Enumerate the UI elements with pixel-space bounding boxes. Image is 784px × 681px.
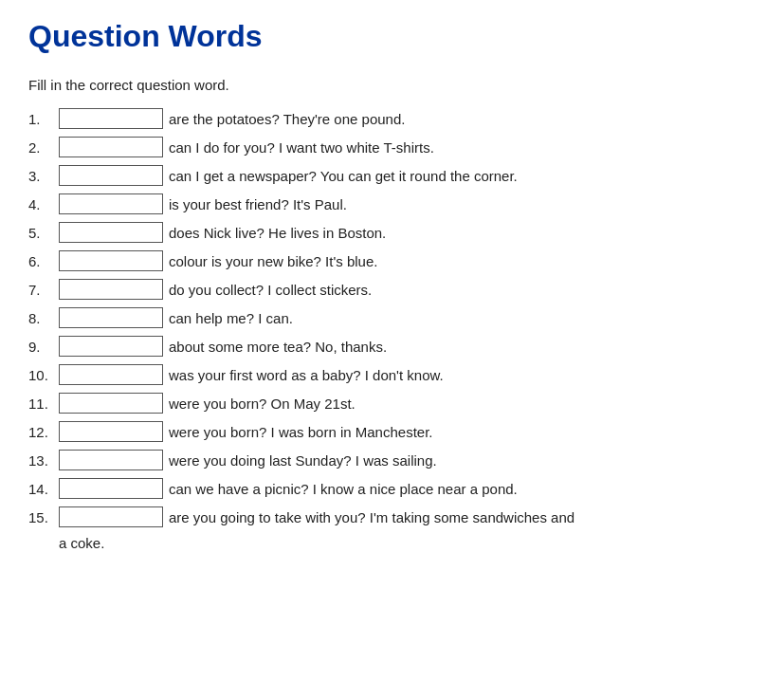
last-line-text: a coke. <box>28 535 756 551</box>
answer-input-15[interactable] <box>59 506 163 527</box>
answer-input-12[interactable] <box>59 421 163 442</box>
question-item: 9.about some more tea? No, thanks. <box>28 336 756 357</box>
answer-input-14[interactable] <box>59 478 163 499</box>
question-text: were you doing last Sunday? I was sailin… <box>169 452 756 469</box>
question-item: 5.does Nick live? He lives in Boston. <box>28 222 756 243</box>
question-item: 14.can we have a picnic? I know a nice p… <box>28 478 756 499</box>
question-text: are the potatoes? They're one pound. <box>169 111 756 127</box>
question-number: 10. <box>28 367 59 383</box>
answer-input-8[interactable] <box>59 307 163 328</box>
question-item: 15.are you going to take with you? I'm t… <box>28 506 756 527</box>
question-number: 5. <box>28 225 59 241</box>
question-item: 12.were you born? I was born in Manchest… <box>28 421 756 442</box>
question-number: 12. <box>28 424 59 440</box>
answer-input-2[interactable] <box>59 137 163 157</box>
question-text: about some more tea? No, thanks. <box>169 339 756 355</box>
question-text: colour is your new bike? It's blue. <box>169 253 756 269</box>
question-text: can I get a newspaper? You can get it ro… <box>169 168 756 184</box>
question-number: 1. <box>28 111 59 127</box>
question-text: is your best friend? It's Paul. <box>169 196 756 212</box>
question-number: 13. <box>28 452 59 469</box>
page-title: Question Words <box>28 19 756 54</box>
question-number: 3. <box>28 168 59 184</box>
question-number: 14. <box>28 481 59 497</box>
answer-input-1[interactable] <box>59 108 163 129</box>
question-list: 1.are the potatoes? They're one pound.2.… <box>28 108 756 527</box>
question-text: can we have a picnic? I know a nice plac… <box>169 481 756 497</box>
answer-input-13[interactable] <box>59 450 163 470</box>
answer-input-9[interactable] <box>59 336 163 357</box>
question-item: 2.can I do for you? I want two white T-s… <box>28 137 756 157</box>
question-text: can I do for you? I want two white T-shi… <box>169 139 756 156</box>
instructions-text: Fill in the correct question word. <box>28 77 756 93</box>
question-item: 3.can I get a newspaper? You can get it … <box>28 165 756 186</box>
question-text: are you going to take with you? I'm taki… <box>169 509 756 525</box>
answer-input-5[interactable] <box>59 222 163 243</box>
question-item: 6.colour is your new bike? It's blue. <box>28 250 756 271</box>
question-number: 15. <box>28 509 59 525</box>
question-item: 11.were you born? On May 21st. <box>28 393 756 414</box>
question-text: can help me? I can. <box>169 310 756 326</box>
question-number: 8. <box>28 310 59 326</box>
answer-input-11[interactable] <box>59 393 163 414</box>
question-item: 7.do you collect? I collect stickers. <box>28 279 756 300</box>
question-text: was your first word as a baby? I don't k… <box>169 367 756 383</box>
question-number: 9. <box>28 339 59 355</box>
question-text: were you born? I was born in Manchester. <box>169 424 756 440</box>
answer-input-4[interactable] <box>59 193 163 214</box>
question-text: does Nick live? He lives in Boston. <box>169 225 756 241</box>
question-number: 6. <box>28 253 59 269</box>
question-number: 11. <box>28 396 59 412</box>
question-item: 4.is your best friend? It's Paul. <box>28 193 756 214</box>
question-item: 10.was your first word as a baby? I don'… <box>28 364 756 385</box>
question-number: 2. <box>28 139 59 156</box>
answer-input-10[interactable] <box>59 364 163 385</box>
question-text: were you born? On May 21st. <box>169 396 756 412</box>
answer-input-7[interactable] <box>59 279 163 300</box>
answer-input-3[interactable] <box>59 165 163 186</box>
question-item: 1.are the potatoes? They're one pound. <box>28 108 756 129</box>
question-item: 13.were you doing last Sunday? I was sai… <box>28 450 756 470</box>
question-number: 4. <box>28 196 59 212</box>
question-text: do you collect? I collect stickers. <box>169 282 756 298</box>
question-number: 7. <box>28 282 59 298</box>
question-item: 8.can help me? I can. <box>28 307 756 328</box>
answer-input-6[interactable] <box>59 250 163 271</box>
